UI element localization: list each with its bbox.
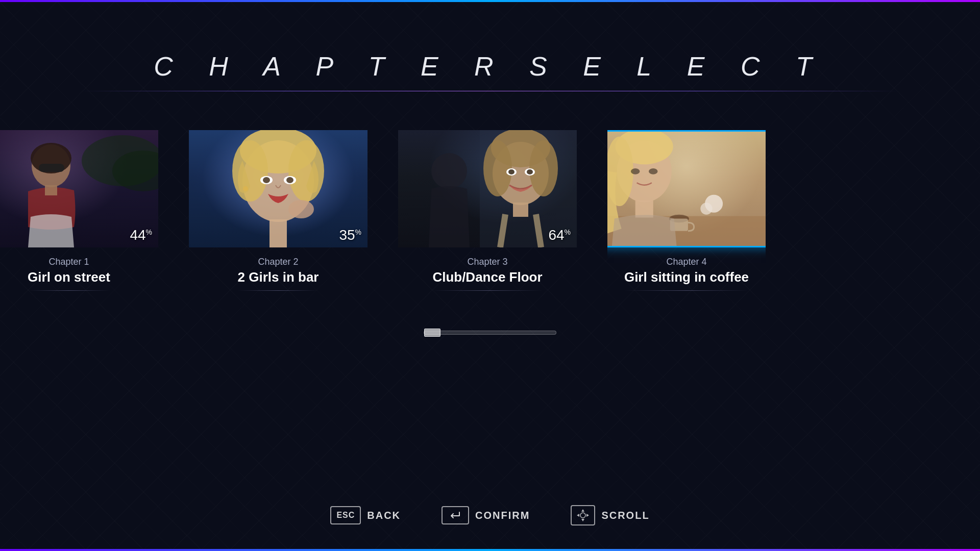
chapter-item-3[interactable]: 64% Chapter 3 Club/Dance Floor <box>398 130 577 291</box>
control-back: ESC BACK <box>330 506 401 524</box>
svg-point-42 <box>649 168 658 174</box>
title-section: C H A P T E R S E L E C T <box>0 51 980 91</box>
enter-key <box>442 506 469 524</box>
chapter-name-3: Club/Dance Floor <box>432 269 542 285</box>
chapter-underline-3 <box>432 290 542 291</box>
chapter-underline-2 <box>238 290 319 291</box>
chapter-label-4: Chapter 4 <box>624 257 749 267</box>
back-label: BACK <box>367 510 401 521</box>
confirm-label: CONFIRM <box>475 510 530 521</box>
chapter-info-1: Chapter 1 Girl on street <box>28 257 110 291</box>
esc-key-text: ESC <box>336 511 355 520</box>
chapter-percent-2: 35% <box>339 227 361 243</box>
page-title: C H A P T E R S E L E C T <box>154 51 826 82</box>
scroll-key <box>571 505 595 525</box>
chapter-info-2: Chapter 2 2 Girls in bar <box>238 257 319 291</box>
bottom-accent-line <box>0 549 980 551</box>
scrollbar-thumb[interactable] <box>424 329 440 337</box>
chapter-label-1: Chapter 1 <box>28 257 110 267</box>
chapter-name-2: 2 Girls in bar <box>238 269 319 285</box>
svg-rect-18 <box>270 219 287 247</box>
svg-point-11 <box>232 140 268 202</box>
scrollbar-track <box>424 331 556 335</box>
svg-rect-31 <box>513 203 528 217</box>
control-confirm: CONFIRM <box>442 506 530 524</box>
chapter-item-2[interactable]: 35% Chapter 2 2 Girls in bar <box>189 130 368 291</box>
chapter-percent-1: 44% <box>130 227 152 243</box>
chapter-item-4[interactable]: Chapter 4 Girl sitting in coffee <box>607 130 766 291</box>
chapter-percent-3: 64% <box>548 227 571 243</box>
chapter-name-1: Girl on street <box>28 269 110 285</box>
chapter-name-4: Girl sitting in coffee <box>624 269 749 285</box>
control-scroll: SCROLL <box>571 505 649 525</box>
svg-marker-45 <box>581 509 584 512</box>
svg-point-12 <box>288 140 324 202</box>
top-accent-line <box>0 0 980 2</box>
svg-marker-48 <box>586 514 589 517</box>
svg-point-14 <box>263 177 270 183</box>
chapter-underline-1 <box>28 290 110 291</box>
svg-point-26 <box>529 140 558 196</box>
svg-rect-6 <box>45 185 57 195</box>
chapter-thumbnail-4 <box>607 130 766 247</box>
chapter-thumbnail-2: 35% <box>189 130 368 247</box>
scroll-label: SCROLL <box>601 510 649 521</box>
title-underline <box>82 91 898 91</box>
svg-marker-46 <box>581 519 584 521</box>
svg-point-44 <box>580 513 585 518</box>
svg-point-30 <box>527 169 533 174</box>
scrollbar[interactable] <box>424 327 556 339</box>
chapter-label-2: Chapter 2 <box>238 257 319 267</box>
chapter-item-1[interactable]: 44% Chapter 1 Girl on street <box>0 130 158 291</box>
svg-point-28 <box>508 169 514 174</box>
esc-key: ESC <box>330 506 361 524</box>
svg-point-21 <box>431 153 467 189</box>
chapter-info-3: Chapter 3 Club/Dance Floor <box>432 257 542 291</box>
svg-point-41 <box>631 168 640 174</box>
chapter-label-3: Chapter 3 <box>432 257 542 267</box>
svg-point-19 <box>243 186 248 191</box>
svg-rect-5 <box>39 164 64 172</box>
svg-marker-47 <box>577 514 579 517</box>
chapters-row: 44% Chapter 1 Girl on street <box>0 130 980 291</box>
svg-point-16 <box>286 177 293 183</box>
svg-point-25 <box>483 140 512 196</box>
svg-point-17 <box>288 200 314 218</box>
bottom-controls: ESC BACK CONFIRM <box>0 505 980 525</box>
chapter-thumbnail-3: 64% <box>398 130 577 247</box>
svg-point-37 <box>700 203 712 214</box>
chapter-info-4: Chapter 4 Girl sitting in coffee <box>624 257 749 291</box>
chapter-underline-4 <box>624 290 749 291</box>
chapter-thumbnail-1: 44% <box>0 130 158 247</box>
